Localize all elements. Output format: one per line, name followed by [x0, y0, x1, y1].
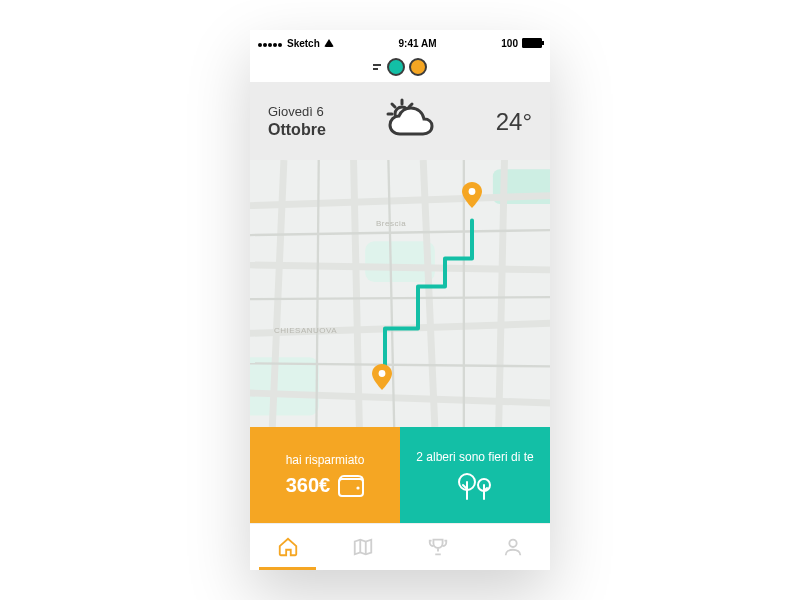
trees-card[interactable]: 2 alberi sono fieri di te: [400, 427, 550, 523]
motion-lines-icon: [373, 64, 381, 70]
savings-card[interactable]: hai risparmiato 360€: [250, 427, 400, 523]
trees-caption: 2 alberi sono fieri di te: [416, 450, 533, 465]
carrier-label: Sketch: [287, 38, 320, 49]
svg-point-10: [379, 370, 386, 377]
profile-icon: [502, 536, 524, 558]
savings-caption: hai risparmiato: [286, 453, 365, 468]
coin-gold-icon: [409, 58, 427, 76]
date-month: Ottobre: [268, 120, 326, 140]
trees-icon: [455, 471, 495, 501]
app-logo: [250, 52, 550, 82]
battery-label: 100: [501, 38, 518, 49]
route-map[interactable]: Brescia CHIESANUOVA: [250, 160, 550, 427]
home-icon: [277, 536, 299, 558]
date-block: Giovedì 6 Ottobre: [268, 104, 326, 140]
signal-dots-icon: [258, 38, 283, 49]
weather-header: Giovedì 6 Ottobre 24°: [250, 82, 550, 160]
svg-point-12: [357, 486, 360, 489]
trophy-icon: [427, 536, 449, 558]
map-pin-destination-icon[interactable]: [462, 182, 482, 208]
tab-bar: [250, 523, 550, 570]
tab-home[interactable]: [250, 524, 325, 570]
route-line: [250, 160, 550, 427]
clock-label: 9:41 AM: [399, 38, 437, 49]
tab-achievements[interactable]: [400, 524, 475, 570]
tab-map[interactable]: [325, 524, 400, 570]
date-day: Giovedì 6: [268, 104, 326, 120]
savings-value: 360€: [286, 474, 331, 497]
temperature-value: 24°: [496, 108, 532, 136]
svg-point-9: [469, 188, 476, 195]
svg-point-19: [509, 540, 516, 547]
svg-line-3: [392, 104, 395, 107]
battery-icon: [522, 38, 542, 48]
map-icon: [352, 536, 374, 558]
stats-row: hai risparmiato 360€ 2 alberi sono fieri…: [250, 427, 550, 523]
tab-profile[interactable]: [475, 524, 550, 570]
status-bar: Sketch 9:41 AM 100: [250, 30, 550, 52]
weather-icon: [326, 98, 496, 146]
wallet-icon: [338, 475, 364, 497]
map-pin-origin-icon[interactable]: [372, 364, 392, 390]
phone-frame: Sketch 9:41 AM 100 Giovedì 6 Ottobre: [250, 30, 550, 570]
wifi-icon: [324, 39, 334, 47]
coin-teal-icon: [387, 58, 405, 76]
